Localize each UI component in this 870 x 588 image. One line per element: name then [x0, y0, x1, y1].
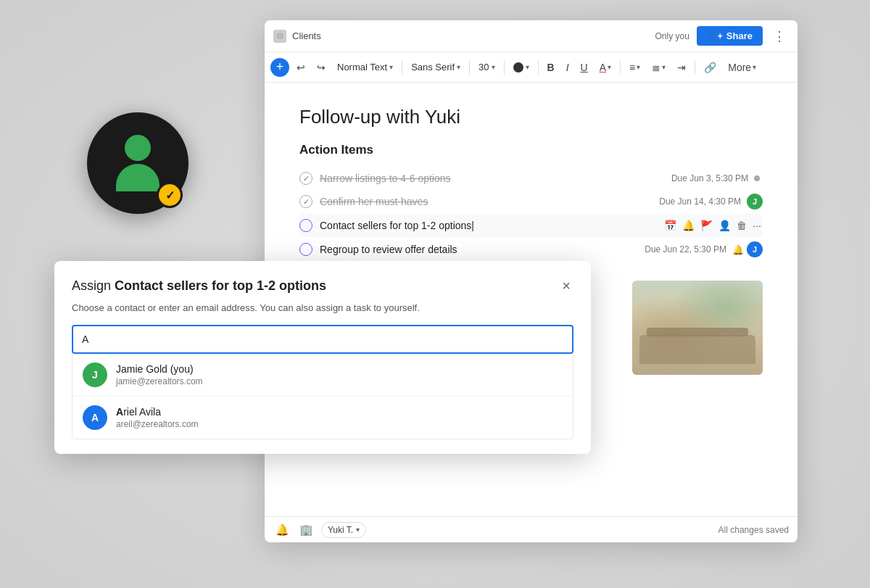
window-collapse-icon[interactable]: ⊡ [273, 30, 286, 43]
add-button[interactable]: + [270, 58, 289, 77]
status-building-button[interactable]: 🏢 [297, 521, 315, 539]
bold-button[interactable]: B [543, 59, 559, 76]
contact-list: J Jamie Gold (you) jamie@zerealtors.com … [72, 354, 573, 439]
font-size-dropdown[interactable]: 30 ▾ [474, 59, 499, 75]
contact-email-jamie: jamie@zerealtors.com [116, 376, 203, 386]
inline-calendar-button[interactable]: 📅 [663, 218, 678, 233]
all-changes-saved: All changes saved [718, 525, 789, 535]
font-size-arrow: ▾ [492, 63, 495, 71]
action-text-3: Contact sellers for top 1-2 options| [320, 220, 663, 231]
underline-button[interactable]: U [576, 59, 592, 76]
inline-trash-button[interactable]: 🗑 [735, 218, 748, 233]
more-label: More [728, 62, 751, 73]
more-arrow: ▾ [753, 63, 756, 71]
bullet-arrow: ▾ [637, 63, 640, 71]
action-item: Regroup to review offer details Due Jun … [299, 237, 763, 262]
italic-button[interactable]: I [562, 59, 573, 76]
inline-flag-button[interactable]: 🚩 [699, 218, 714, 233]
more-button[interactable]: More ▾ [724, 59, 761, 76]
divider-1 [402, 60, 402, 75]
action-checkbox-4[interactable] [299, 243, 312, 256]
action-checkbox-3[interactable] [299, 219, 312, 232]
contact-item-jamie[interactable]: J Jamie Gold (you) jamie@zerealtors.com [72, 354, 573, 397]
check-icon-1: ✓ [303, 174, 310, 183]
action-text-4: Regroup to review offer details [320, 244, 645, 255]
divider-2 [469, 60, 470, 75]
color-dot-icon [513, 62, 523, 73]
action-bell-4: 🔔 [732, 244, 744, 255]
modal-search-input[interactable] [72, 325, 573, 354]
numbered-list-button[interactable]: ≣▾ [647, 59, 670, 76]
check-badge-icon: ✓ [165, 189, 175, 202]
inline-bell-button[interactable]: 🔔 [681, 218, 696, 233]
status-user-name: Yuki T. [328, 525, 353, 535]
action-due-1: Due Jun 3, 5:30 PM [671, 173, 748, 183]
redo-button[interactable]: ↪ [312, 59, 330, 76]
share-label: Share [726, 30, 753, 41]
modal-subtitle: Choose a contact or enter an email addre… [72, 302, 573, 313]
action-text-2: Confirm her must-haves [320, 196, 659, 207]
indent-button[interactable]: ⇥ [673, 59, 690, 76]
avatar-badge: ✓ [157, 182, 183, 208]
modal-title-prefix: Assign [72, 278, 115, 293]
share-button[interactable]: 👤+ Share [697, 26, 763, 46]
divider-4 [538, 60, 539, 75]
action-avatar-2: J [747, 194, 763, 210]
text-style-dropdown[interactable]: Normal Text ▾ [333, 59, 397, 75]
text-style-arrow: ▾ [389, 63, 393, 71]
modal-close-button[interactable]: × [559, 278, 573, 293]
font-size-label: 30 [478, 62, 489, 73]
avatar-figure [116, 135, 160, 191]
font-color-arrow: ▾ [608, 63, 611, 71]
status-bar: 🔔 🏢 Yuki T. ▾ All changes saved [265, 516, 798, 542]
action-item: ✓ Confirm her must-haves Due Jun 14, 4:3… [299, 189, 763, 214]
inline-person-button[interactable]: 👤 [717, 218, 732, 233]
title-bar-left: ⊡ Clients [273, 30, 649, 43]
action-checkbox-2[interactable]: ✓ [299, 195, 312, 208]
font-color-button[interactable]: A ▾ [595, 59, 616, 76]
contact-name-bold: A [116, 406, 123, 418]
divider-6 [695, 60, 695, 75]
section-heading: Action Items [299, 143, 763, 157]
action-dot-1 [754, 175, 760, 181]
inline-actions: 📅 🔔 🚩 👤 🗑 ··· [663, 218, 763, 233]
contact-name-jamie: Jamie Gold (you) [116, 363, 203, 375]
undo-button[interactable]: ↩ [292, 59, 310, 76]
action-item: ✓ Narrow listings to 4-6 options Due Jun… [299, 167, 763, 189]
action-due-4: Due Jun 22, 5:30 PM [645, 244, 726, 254]
font-family-arrow: ▾ [457, 63, 460, 71]
color-arrow: ▾ [526, 63, 529, 71]
status-user-pill[interactable]: Yuki T. ▾ [321, 522, 366, 538]
numbered-arrow: ▾ [662, 63, 666, 71]
action-items-list: ✓ Narrow listings to 4-6 options Due Jun… [299, 167, 763, 262]
visibility-label: Only you [655, 31, 689, 41]
action-checkbox-1[interactable]: ✓ [299, 172, 312, 185]
modal-bottom-spacer [72, 439, 573, 454]
user-avatar-decoration: ✓ [87, 112, 188, 214]
more-options-button[interactable]: ⋮ [770, 27, 789, 46]
divider-3 [504, 60, 505, 75]
contact-item-ariel[interactable]: A Ariel Avila areil@zerealtors.com [72, 397, 573, 439]
font-family-dropdown[interactable]: Sans Serif ▾ [407, 59, 465, 75]
avatar-body [116, 164, 160, 191]
inline-more-button[interactable]: ··· [751, 218, 763, 233]
contact-email-ariel: areil@zerealtors.com [116, 419, 199, 429]
contact-info-jamie: Jamie Gold (you) jamie@zerealtors.com [116, 363, 203, 386]
color-dropdown[interactable]: ▾ [509, 60, 534, 75]
title-bar-right: Only you 👤+ Share ⋮ [655, 26, 789, 46]
bullet-list-button[interactable]: ≡▾ [625, 59, 645, 76]
avatar-head [125, 135, 151, 161]
divider-5 [620, 60, 621, 75]
font-color-icon: A [600, 62, 606, 73]
title-bar: ⊡ Clients Only you 👤+ Share ⋮ [265, 20, 798, 52]
contact-avatar-ariel: A [83, 405, 107, 430]
assign-modal: Assign Contact sellers for top 1-2 optio… [54, 261, 591, 454]
link-button[interactable]: 🔗 [700, 59, 721, 76]
action-text-1: Narrow listings to 4-6 options [320, 173, 671, 184]
modal-header: Assign Contact sellers for top 1-2 optio… [72, 278, 573, 294]
contact-info-ariel: Ariel Avila areil@zerealtors.com [116, 406, 199, 429]
contact-avatar-jamie: J [83, 363, 107, 387]
status-bell-button[interactable]: 🔔 [273, 521, 291, 539]
property-image [632, 281, 763, 375]
modal-title-bold: Contact sellers for top 1-2 options [115, 278, 326, 293]
